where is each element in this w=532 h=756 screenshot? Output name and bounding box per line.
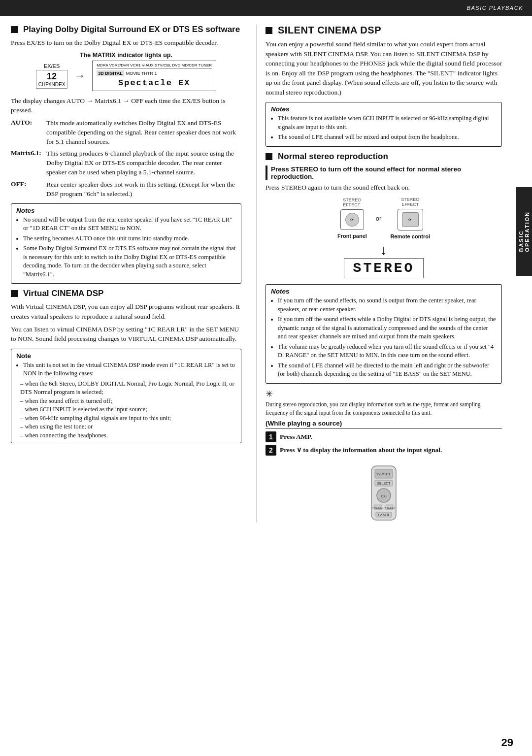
section1-notes-list: No sound will be output from the rear ce… — [16, 216, 236, 279]
section1-note-2: The setting becomes AUTO once this unit … — [23, 234, 236, 243]
rsection2-notes-title: Notes — [271, 288, 497, 295]
movie-label: MOVIE THTR 1 — [126, 71, 157, 76]
def-term-off: OFF: — [11, 180, 46, 188]
remote-btn[interactable]: ⟳ — [398, 209, 423, 230]
tip-body: During stereo reproduction, you can disp… — [266, 400, 502, 417]
rsection1-title: SILENT CINEMA DSP — [266, 25, 502, 36]
step-2-bold: Press ∨ to display the information about… — [280, 446, 442, 454]
while-playing-heading: (While playing a source) — [266, 420, 502, 428]
rsection2-notes-box: Notes If you turn off the sound effects,… — [266, 284, 502, 384]
stereo-btn-icon: ⟳ — [345, 213, 359, 227]
section1-title: Playing Dolby Digital Surround EX or DTS… — [11, 25, 241, 34]
press-stereo-heading: Press STEREO to turn off the sound effec… — [266, 165, 502, 180]
step-1: 1 Press AMP. — [266, 431, 502, 442]
svg-text:PRESET: PRESET — [372, 506, 384, 509]
section1-body2: The display changes AUTO → Matrix6.1 → O… — [11, 96, 241, 115]
operation-tab: BasicOperation — [516, 187, 532, 276]
stereo-or: or — [376, 215, 382, 222]
svg-text:TV VOL: TV VOL — [378, 513, 390, 517]
remote-diagram: TV MUTE SELECT CH PRESET PRESET TV VOL — [266, 460, 502, 523]
front-panel-label: Front panel — [337, 233, 367, 239]
matrix-label: EX/ES — [44, 63, 60, 69]
svg-text:PRESET: PRESET — [384, 506, 396, 509]
matrix-sub: CHP/INDEX — [38, 82, 65, 87]
spectacle-display: Spectacle EX — [97, 77, 212, 89]
matrix-left: EX/ES 12 CHP/INDEX — [36, 63, 67, 89]
section2-note-1: This unit is not set in the virtual CINE… — [23, 361, 236, 378]
page-container: Basic Playback BasicOperation Playing Do… — [0, 0, 532, 756]
rsection2-title: Normal stereo reproduction — [266, 152, 502, 162]
rsection1-bullet — [266, 27, 272, 34]
step-1-num: 1 — [266, 431, 276, 442]
rsection2-note-1: If you turn off the sound effects, no so… — [278, 296, 497, 314]
column-separator — [256, 25, 257, 523]
svg-text:SELECT: SELECT — [377, 482, 391, 485]
rsection2-note-3: The volume may be greatly reduced when y… — [278, 343, 497, 360]
section1-note-1: No sound will be output from the rear ce… — [23, 216, 236, 233]
def-desc-matrix: This setting produces 6-channel playback… — [46, 149, 241, 177]
note-sub-1: – when the 6ch Stereo, DOLBY DIGITAL Nor… — [20, 380, 236, 397]
remote-svg: TV MUTE SELECT CH PRESET PRESET TV VOL — [359, 463, 408, 523]
def-row-off: OFF: Rear center speaker does not work i… — [11, 180, 241, 198]
remote-panel: STEREOEFFECT ⟳ Remote control — [390, 197, 430, 239]
stereo-panels: STEREOEFFECT ⟳ Front panel or STEREOEFFE… — [337, 197, 430, 239]
rsection2-body-press: Press STEREO again to turn the sound eff… — [266, 183, 502, 193]
section1-notes-box: Notes No sound will be output from the r… — [11, 203, 241, 284]
matrix-screen-mid: 3D DIGITAL MOVIE THTR 1 — [97, 70, 212, 76]
rsection1-notes-box: Notes This feature is not available when… — [266, 102, 502, 147]
def-row-matrix: Matrix6.1: This setting produces 6-chann… — [11, 149, 241, 177]
note-sub-5: – when using the test tone; or — [20, 423, 236, 431]
rsection1-notes-title: Notes — [271, 105, 497, 113]
rsection2-note-4: The sound of LFE channel will be directe… — [278, 362, 497, 379]
operation-tab-text: BasicOperation — [518, 211, 530, 252]
step-2-text: Press ∨ to display the information about… — [280, 445, 502, 455]
step-1-bold: Press AMP. — [280, 433, 312, 440]
def-desc-auto: This mode automatically switches Dolby D… — [46, 118, 241, 146]
digital-label: 3D DIGITAL — [97, 70, 124, 76]
tip-area: ✳ — [266, 389, 502, 399]
matrix-diagram: EX/ES 12 CHP/INDEX → MDRA VCR2/DVR VCR1 … — [36, 61, 216, 91]
rsection1-notes-list: This feature is not available when 6CH I… — [271, 114, 497, 142]
remote-stereo-label: STEREOEFFECT — [401, 197, 419, 207]
section1-notes-title: Notes — [16, 207, 236, 214]
left-column: Playing Dolby Digital Surround EX or DTS… — [11, 25, 252, 523]
rsection2-bullet — [266, 153, 272, 160]
page-number: 29 — [501, 736, 513, 749]
main-content: Playing Dolby Digital Surround EX or DTS… — [0, 16, 532, 527]
top-bar-title: Basic Playback — [467, 5, 523, 11]
section2-bullet — [11, 290, 18, 297]
rsection1-note-2: The sound of LFE channel will be mixed a… — [278, 133, 497, 142]
section2-body2: You can listen to virtual CINEMA DSP by … — [11, 325, 241, 344]
stereo-arrow-down: ↓ — [380, 243, 387, 257]
stereo-word: STEREO — [344, 258, 424, 278]
def-row-auto: AUTO: This mode automatically switches D… — [11, 118, 241, 146]
remote-btn-icon: ⟳ — [402, 212, 419, 227]
matrix-diagram-area: The MATRIX indicator lights up. EX/ES 12… — [11, 52, 241, 91]
section2-note-subitems: – when the 6ch Stereo, DOLBY DIGITAL Nor… — [20, 380, 236, 440]
right-column: SILENT CINEMA DSP You can enjoy a powerf… — [261, 25, 502, 523]
stereo-display-area: STEREOEFFECT ⟳ Front panel or STEREOEFFE… — [266, 197, 502, 278]
def-term-auto: AUTO: — [11, 118, 46, 127]
rsection1-body1: You can enjoy a powerful sound field sim… — [266, 39, 502, 97]
section2-note-box: Note This unit is not set in the virtual… — [11, 349, 241, 444]
def-term-matrix: Matrix6.1: — [11, 149, 46, 157]
front-panel-btn[interactable]: ⟳ — [340, 209, 364, 230]
section1-body1: Press EX/ES to turn on the Dolby Digital… — [11, 38, 241, 48]
remote-diagram-inner: TV MUTE SELECT CH PRESET PRESET TV VOL — [359, 463, 408, 523]
section2-title: Virtual CINEMA DSP — [11, 289, 241, 298]
svg-text:TV MUTE: TV MUTE — [376, 472, 392, 476]
section2-note-list: This unit is not set in the virtual CINE… — [16, 361, 236, 378]
step-2-num: 2 — [266, 445, 276, 456]
matrix-num: 12 — [38, 71, 65, 82]
rsection1-note-1: This feature is not available when 6CH I… — [278, 114, 497, 131]
matrix-box: 12 CHP/INDEX — [36, 70, 67, 89]
step-1-text: Press AMP. — [280, 431, 502, 442]
matrix-screen-label: MDRA VCR2/DVR VCR1 V-AUX STV/CBL DVD MD/… — [97, 63, 212, 67]
section1-bullet — [11, 26, 18, 33]
section2-note-title: Note — [16, 352, 236, 360]
top-bar: Basic Playback — [0, 0, 532, 16]
matrix-caption: The MATRIX indicator lights up. — [80, 52, 172, 59]
section2-body1: With Virtual CINEMA DSP, you can enjoy a… — [11, 302, 241, 321]
matrix-screen: MDRA VCR2/DVR VCR1 V-AUX STV/CBL DVD MD/… — [92, 61, 216, 91]
matrix-screen-top: MDRA VCR2/DVR VCR1 V-AUX STV/CBL DVD MD/… — [97, 63, 212, 69]
